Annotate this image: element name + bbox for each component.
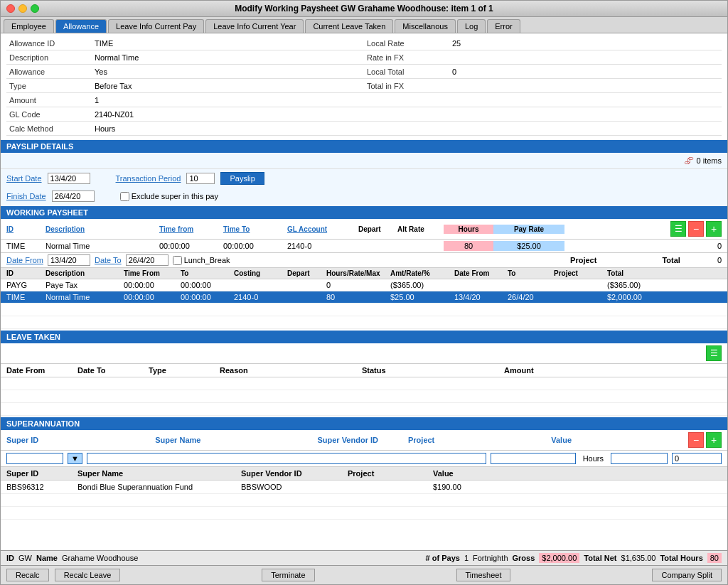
date-from-link[interactable]: Date From: [6, 256, 43, 264]
leave-taken-label: LEAVE TAKEN: [6, 333, 60, 341]
local-total-value: 0: [449, 66, 722, 77]
recalc-button[interactable]: Recalc: [6, 569, 49, 581]
dr-time-costing: 2140-0: [234, 293, 287, 301]
footer-name-value: Grahame Woodhouse: [62, 554, 138, 562]
footer-num-pays-label: # of Pays: [426, 554, 460, 562]
footer-total-hours-value: 80: [707, 553, 722, 563]
col-time-from[interactable]: Time from: [159, 225, 223, 233]
col-description[interactable]: Description: [46, 225, 159, 233]
transaction-period-link[interactable]: Transaction Period: [116, 174, 181, 183]
gl-code-label: GL Code: [6, 109, 92, 120]
tab-leave-info-current-year[interactable]: Leave Info Current Year: [205, 19, 304, 33]
wp-column-headers: ID Description Time from Time To GL Acco…: [1, 219, 727, 240]
super-name-label: Super Name: [155, 436, 200, 444]
super-id-input[interactable]: [6, 453, 63, 464]
start-date-link[interactable]: Start Date: [6, 174, 42, 183]
footer-total-hours-label: Total Hours: [660, 554, 702, 562]
description-label: Description: [6, 52, 92, 63]
footer-frequency: Fortnighth: [473, 554, 508, 562]
col-depart: Depart: [358, 225, 397, 233]
super-vendor-input[interactable]: [491, 453, 576, 464]
tab-employee[interactable]: Employee: [4, 19, 54, 33]
minimize-button[interactable]: [18, 4, 27, 13]
col-gl-account[interactable]: GL Account: [287, 225, 358, 233]
type-row: Type Before Tax Total in FX: [6, 79, 722, 93]
wp-minus-button[interactable]: −: [688, 221, 704, 237]
timesheet-button[interactable]: Timesheet: [456, 569, 511, 581]
super-project-input[interactable]: [611, 453, 668, 464]
wp-date-total: 0: [717, 256, 722, 264]
detail-row-time[interactable]: TIME Normal Time 00:00:00 00:00:00 2140-…: [1, 291, 727, 304]
dh-time-from: Time From: [124, 269, 181, 277]
calc-method-value: Hours: [92, 123, 364, 134]
wp-menu-button[interactable]: ☰: [670, 221, 686, 237]
exclude-super-checkbox[interactable]: [120, 192, 129, 201]
payslip-button[interactable]: Payslip: [220, 172, 264, 185]
dr-time-desc: Normal Time: [46, 293, 124, 301]
tab-allowance[interactable]: Allowance: [55, 19, 107, 33]
wp-date-from-input[interactable]: [48, 254, 90, 266]
leave-taken-header: LEAVE TAKEN: [1, 331, 727, 343]
tab-error[interactable]: Error: [487, 19, 520, 33]
dr-payg-hours: 0: [326, 281, 390, 289]
super-action-buttons: − +: [688, 432, 722, 448]
col-time-to[interactable]: Time To: [223, 225, 287, 233]
detail-row-payg[interactable]: PAYG Paye Tax 00:00:00 00:00:00 0 ($365.…: [1, 279, 727, 291]
transaction-period-input[interactable]: [186, 173, 215, 184]
wp-row-pay-rate: $25.00: [493, 241, 564, 251]
super-vendor-id-label: Super Vendor ID: [317, 436, 378, 444]
footer-total-net-value: $1,635.00: [621, 554, 656, 562]
paperclip-icon[interactable]: 🖇: [684, 155, 694, 166]
super-minus-button[interactable]: −: [688, 432, 704, 448]
allowance-id-col: Allowance ID TIME: [6, 38, 364, 49]
wp-plus-button[interactable]: +: [706, 221, 722, 237]
footer-name-label: Name: [36, 554, 58, 562]
leave-taken-menu-button[interactable]: ☰: [706, 345, 722, 361]
super-name-input[interactable]: [87, 453, 486, 464]
super-data-row[interactable]: BBS96312 Bondi Blue Superannuation Fund …: [1, 481, 727, 494]
title-bar: Modify Working Paysheet GW Grahame Woodh…: [1, 1, 727, 17]
super-dropdown-button[interactable]: ▼: [68, 453, 82, 464]
dr-time-time-from: 00:00:00: [124, 293, 181, 301]
start-date-input[interactable]: [48, 173, 90, 184]
sh-super-name: Super Name: [77, 469, 241, 478]
dh-id: ID: [6, 269, 46, 277]
super-plus-button[interactable]: +: [706, 432, 722, 448]
tab-log[interactable]: Log: [457, 19, 486, 33]
super-value-input[interactable]: [672, 453, 722, 464]
wp-date-row: Date From Date To Lunch_Break Project To…: [1, 253, 727, 268]
wp-row-time-from: 00:00:00: [159, 242, 223, 250]
allowance-row: Allowance Yes Local Total 0: [6, 65, 722, 79]
maximize-button[interactable]: [31, 4, 39, 13]
tab-leave-info-current-pay[interactable]: Leave Info Current Pay: [108, 19, 204, 33]
project-label: Project: [570, 256, 596, 264]
leave-taken-menu-row: ☰: [1, 343, 727, 364]
type-col: Type Before Tax: [6, 80, 364, 92]
date-to-link[interactable]: Date To: [95, 256, 122, 264]
detail-grid-header: ID Description Time From To Costing Depa…: [1, 268, 727, 279]
description-row: Description Normal Time Rate in FX: [6, 50, 722, 65]
wp-date-to-input[interactable]: [126, 254, 168, 266]
allowance-value: Yes: [92, 66, 364, 77]
finish-date-link[interactable]: Finish Date: [6, 192, 46, 200]
terminate-button[interactable]: Terminate: [262, 569, 314, 581]
calc-method-row: Calc Method Hours: [6, 122, 722, 136]
recalc-leave-button[interactable]: Recalc Leave: [55, 569, 121, 581]
company-split-button[interactable]: Company Split: [652, 569, 722, 581]
col-id[interactable]: ID: [6, 225, 46, 233]
super-row-name: Bondi Blue Superannuation Fund: [77, 483, 241, 491]
finish-date-input[interactable]: [52, 190, 95, 202]
lunch-break-checkbox[interactable]: [173, 256, 182, 265]
payslip-details-header: PAYSLIP DETAILS: [1, 140, 727, 153]
close-button[interactable]: [6, 4, 15, 13]
total-in-fx-label: Total in FX: [364, 80, 449, 92]
lunch-break-label: Lunch_Break: [173, 256, 230, 265]
type-label: Type: [6, 80, 92, 92]
amount-label: Amount: [6, 95, 92, 106]
working-paysheet-header: WORKING PAYSHEET: [1, 206, 727, 219]
dr-time-id: TIME: [6, 293, 46, 301]
tab-miscellanous[interactable]: Miscellanous: [395, 19, 456, 33]
col-hours: Hours: [444, 225, 493, 234]
tab-current-leave-taken[interactable]: Current Leave Taken: [305, 19, 393, 33]
dh-description: Description: [46, 269, 124, 277]
